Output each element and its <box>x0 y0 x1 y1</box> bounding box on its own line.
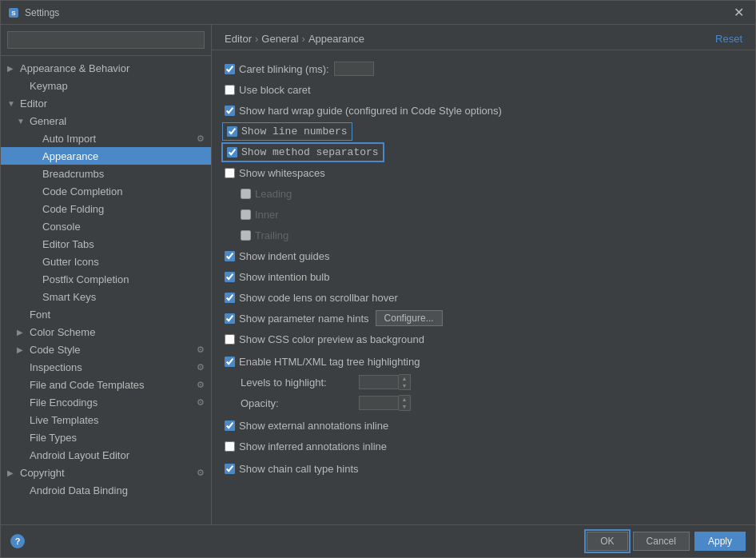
show-line-numbers-checkbox[interactable] <box>227 126 237 137</box>
sidebar-item-smart-keys[interactable]: Smart Keys <box>1 288 211 305</box>
show-chain-call-row: Show chain call type hints <box>225 460 742 477</box>
search-input[interactable] <box>7 31 205 49</box>
sidebar-item-breadcrumbs[interactable]: Breadcrumbs <box>1 165 211 182</box>
show-whitespaces-checkbox[interactable] <box>225 168 235 178</box>
opacity-input[interactable]: 0.1 <box>359 396 399 410</box>
gear-icon: ⚙ <box>197 362 205 373</box>
show-intention-bulb-checkbox[interactable] <box>225 272 235 282</box>
sidebar-label: Code Style <box>30 344 81 356</box>
show-method-separators-checkbox[interactable] <box>227 147 237 157</box>
show-css-color-label[interactable]: Show CSS color preview as background <box>225 333 424 345</box>
show-inferred-annotations-label[interactable]: Show inferred annotations inline <box>225 440 387 452</box>
show-parameter-hints-checkbox[interactable] <box>225 313 235 324</box>
show-intention-bulb-label[interactable]: Show intention bulb <box>225 271 329 283</box>
show-line-numbers-text: Show line numbers <box>241 126 348 138</box>
levels-input[interactable]: 6 <box>359 375 399 389</box>
inner-label[interactable]: Inner <box>241 209 279 221</box>
caret-blinking-checkbox-label[interactable]: Caret blinking (ms): <box>225 63 329 75</box>
apply-button[interactable]: Apply <box>694 532 746 551</box>
opacity-down-arrow[interactable]: ▼ <box>399 403 410 410</box>
enable-html-xml-checkbox[interactable] <box>225 357 235 367</box>
reset-link[interactable]: Reset <box>715 33 742 45</box>
expand-arrow: ▼ <box>17 117 26 126</box>
help-button[interactable]: ? <box>10 534 25 548</box>
show-chain-call-label[interactable]: Show chain call type hints <box>225 463 359 475</box>
opacity-up-arrow[interactable]: ▲ <box>399 396 410 403</box>
sidebar-item-code-folding[interactable]: Code Folding <box>1 200 211 217</box>
show-inferred-annotations-checkbox[interactable] <box>225 441 235 452</box>
sidebar-item-file-types[interactable]: File Types <box>1 428 211 446</box>
show-code-lens-label[interactable]: Show code lens on scrollbar hover <box>225 292 398 304</box>
svg-text:S: S <box>11 10 16 17</box>
sidebar-item-appearance-behavior[interactable]: ▶ Appearance & Behavior <box>1 59 211 77</box>
levels-up-arrow[interactable]: ▲ <box>399 375 410 382</box>
show-method-separators-label[interactable]: Show method separators <box>225 145 381 159</box>
show-external-annotations-checkbox[interactable] <box>225 420 235 431</box>
sidebar-item-code-completion[interactable]: Code Completion <box>1 182 211 200</box>
footer: ? OK Cancel Apply <box>1 524 755 557</box>
sidebar-item-auto-import[interactable]: Auto Import ⚙ <box>1 130 211 147</box>
show-parameter-hints-text: Show parameter name hints <box>239 313 369 325</box>
sidebar-item-color-scheme[interactable]: ▶ Color Scheme <box>1 323 211 341</box>
sidebar-item-code-style[interactable]: ▶ Code Style ⚙ <box>1 341 211 358</box>
show-indent-guides-label[interactable]: Show indent guides <box>225 250 329 262</box>
trailing-row: Trailing <box>225 226 742 244</box>
show-whitespaces-label[interactable]: Show whitespaces <box>225 167 325 179</box>
sidebar-label: Smart Keys <box>42 291 96 303</box>
caret-blinking-checkbox[interactable] <box>225 64 235 74</box>
show-indent-guides-checkbox[interactable] <box>225 251 235 261</box>
show-intention-bulb-row: Show intention bulb <box>225 268 742 285</box>
cancel-button[interactable]: Cancel <box>633 532 690 551</box>
enable-html-xml-label[interactable]: Enable HTML/XML tag tree highlighting <box>225 356 420 368</box>
sidebar-item-general[interactable]: ▼ General <box>1 112 211 130</box>
levels-down-arrow[interactable]: ▼ <box>399 382 410 389</box>
sidebar-label: Live Templates <box>30 414 98 426</box>
sidebar-item-editor-tabs[interactable]: Editor Tabs <box>1 235 211 253</box>
sidebar-item-file-encodings[interactable]: File Encodings ⚙ <box>1 393 211 411</box>
sidebar-item-keymap[interactable]: Keymap <box>1 77 211 94</box>
sidebar-item-file-code-templates[interactable]: File and Code Templates ⚙ <box>1 376 211 393</box>
show-line-numbers-label[interactable]: Show line numbers <box>225 125 350 138</box>
sidebar-item-postfix-completion[interactable]: Postfix Completion <box>1 270 211 288</box>
sidebar-item-font[interactable]: Font <box>1 305 211 323</box>
leading-label[interactable]: Leading <box>241 188 292 200</box>
ok-button[interactable]: OK <box>587 532 627 551</box>
sidebar-label: File Encodings <box>30 397 97 409</box>
show-hard-wrap-label[interactable]: Show hard wrap guide (configured in Code… <box>225 105 502 117</box>
trailing-checkbox[interactable] <box>241 230 251 241</box>
sidebar-item-console[interactable]: Console <box>1 217 211 235</box>
sidebar-label: Console <box>42 221 81 233</box>
sidebar-label: File Types <box>30 432 77 444</box>
show-hard-wrap-checkbox[interactable] <box>225 106 235 116</box>
caret-blinking-input[interactable]: 500 <box>334 62 374 76</box>
leading-checkbox[interactable] <box>241 189 251 199</box>
use-block-caret-checkbox[interactable] <box>225 85 235 95</box>
leading-text: Leading <box>255 188 292 200</box>
trailing-label[interactable]: Trailing <box>241 229 288 241</box>
configure-button[interactable]: Configure... <box>376 310 443 326</box>
sidebar-item-editor[interactable]: ▼ Editor <box>1 94 211 112</box>
close-button[interactable]: ✕ <box>729 3 749 22</box>
sidebar-item-inspections[interactable]: Inspections ⚙ <box>1 358 211 376</box>
sidebar-item-gutter-icons[interactable]: Gutter Icons <box>1 253 211 270</box>
sidebar-item-android-data-binding[interactable]: Android Data Binding <box>1 481 211 499</box>
sidebar-label: Android Data Binding <box>30 484 128 496</box>
show-code-lens-checkbox[interactable] <box>225 293 235 303</box>
show-parameter-hints-label[interactable]: Show parameter name hints <box>225 313 369 325</box>
use-block-caret-label[interactable]: Use block caret <box>225 84 311 96</box>
sidebar-item-appearance[interactable]: Appearance <box>1 147 211 165</box>
show-external-annotations-label[interactable]: Show external annotations inline <box>225 420 388 432</box>
sidebar-item-live-templates[interactable]: Live Templates <box>1 411 211 428</box>
content-header: Editor › General › Appearance Reset <box>212 25 755 50</box>
sidebar-label: Editor <box>20 98 47 110</box>
sidebar-label: Gutter Icons <box>42 256 99 268</box>
gear-icon: ⚙ <box>197 468 205 478</box>
breadcrumb-part-1: Editor <box>225 33 252 45</box>
expand-arrow: ▶ <box>7 468 17 477</box>
inner-checkbox[interactable] <box>241 209 251 220</box>
sidebar-item-android-layout-editor[interactable]: Android Layout Editor <box>1 446 211 464</box>
show-css-color-checkbox[interactable] <box>225 334 235 345</box>
show-chain-call-checkbox[interactable] <box>225 464 235 474</box>
opacity-spinner: 0.1 ▲ ▼ <box>359 395 411 411</box>
sidebar-item-copyright[interactable]: ▶ Copyright ⚙ <box>1 464 211 481</box>
